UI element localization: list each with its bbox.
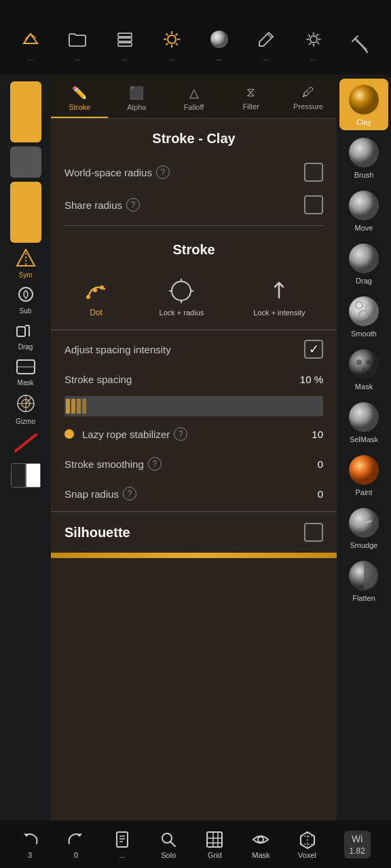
mask-sidebar-icon	[14, 355, 37, 378]
bottom-grid[interactable]: Grid	[205, 830, 224, 859]
toolbar-lighting[interactable]: ...	[160, 27, 184, 62]
sidebar-item-smooth[interactable]: Drag	[14, 319, 37, 351]
svg-point-6	[168, 35, 176, 43]
svg-point-17	[310, 36, 317, 43]
stroke-section-title: Stroke	[51, 230, 337, 267]
brush-drag[interactable]: Drag	[339, 237, 388, 289]
brush-selmask-label: SelMask	[350, 435, 378, 443]
world-space-radius-row[interactable]: World-space radius ?	[51, 156, 337, 189]
brush-clay[interactable]: Clay	[339, 79, 388, 130]
color-swatch-primary[interactable]	[10, 81, 41, 142]
world-space-help-icon[interactable]: ?	[156, 165, 170, 179]
silhouette-checkbox[interactable]	[304, 523, 323, 542]
adjust-spacing-checkbox[interactable]	[304, 340, 323, 359]
bottom-undo[interactable]: 3	[20, 830, 39, 859]
snap-radius-help-icon[interactable]: ?	[123, 487, 136, 500]
brush-brush-label: Brush	[354, 171, 374, 179]
left-sidebar: Sym Sub Drag Mask	[0, 75, 51, 821]
wi-value: 1.82	[350, 846, 365, 856]
share-radius-row[interactable]: Share radius ?	[51, 189, 337, 221]
color-swatch-secondary[interactable]	[10, 146, 41, 178]
smudge-sphere-icon	[347, 506, 381, 540]
stroke-types: Dot Lock + radius	[51, 267, 337, 327]
stroke-spacing-visual[interactable]	[51, 393, 337, 419]
pressure-tab-icon: 🖊	[302, 85, 314, 100]
svg-line-14	[166, 43, 168, 45]
sidebar-item-sym[interactable]: Sym	[14, 247, 37, 279]
solo-label: Solo	[161, 851, 176, 859]
brush-move[interactable]: Move	[339, 184, 388, 236]
toolbar-files[interactable]: ...	[65, 27, 90, 62]
selmask-sphere-icon	[347, 400, 381, 434]
adjust-spacing-row[interactable]: Adjust spacing intensity	[51, 333, 337, 366]
grid-icon	[205, 830, 224, 849]
top-toolbar: ... ... ...	[0, 0, 391, 75]
brush-smooth[interactable]: Smooth	[339, 290, 388, 342]
share-radius-help-icon[interactable]: ?	[126, 198, 140, 212]
stroke-preview[interactable]	[10, 429, 41, 456]
toolbar-tools[interactable]	[348, 32, 373, 56]
toolbar-settings[interactable]: ...	[301, 27, 326, 62]
voxel-icon	[298, 830, 317, 849]
tab-alpha[interactable]: ⬛ Alpha	[108, 80, 165, 118]
sidebar-item-mask[interactable]: Mask	[14, 355, 37, 387]
brush-brush[interactable]: Brush	[339, 132, 388, 183]
bottom-redo[interactable]: 0	[67, 830, 86, 859]
dot-icon	[83, 277, 110, 304]
svg-point-47	[349, 191, 379, 220]
world-space-radius-checkbox[interactable]	[304, 163, 323, 182]
sub-tabs: ✏️ Stroke ⬛ Alpha △ Falloff ⧖ Filter 🖊 P…	[51, 75, 337, 119]
silhouette-row[interactable]: Silhouette	[51, 512, 337, 553]
tab-falloff[interactable]: △ Falloff	[165, 80, 222, 118]
redo-count: 0	[74, 851, 78, 859]
brush-selmask[interactable]: SelMask	[339, 396, 388, 448]
bottom-voxel[interactable]: Voxel	[298, 830, 317, 859]
bottom-solo[interactable]: Solo	[159, 830, 178, 859]
toolbar-material[interactable]: ...	[207, 27, 231, 62]
bottom-wi[interactable]: Wi 1.82	[344, 831, 371, 859]
tab-stroke[interactable]: ✏️ Stroke	[51, 80, 108, 118]
brush-paint-label: Paint	[355, 488, 372, 496]
svg-point-39	[172, 281, 191, 300]
stroke-smoothing-value: 0	[282, 458, 323, 470]
toolbar-pen[interactable]: ...	[254, 27, 278, 62]
silhouette-label: Silhouette	[64, 525, 130, 540]
tab-pressure[interactable]: 🖊 Pressure	[280, 80, 337, 118]
eye-icon	[251, 830, 270, 849]
mask-bottom-label: Mask	[252, 851, 269, 859]
bottom-doc[interactable]: ...	[113, 830, 132, 859]
toolbar-layers[interactable]: ...	[113, 27, 137, 62]
svg-line-34	[26, 398, 31, 403]
paint-sphere-icon	[347, 453, 381, 487]
brush-drag-label: Drag	[356, 277, 372, 285]
brush-smudge[interactable]: Smudge	[339, 502, 388, 553]
toolbar-sculpt[interactable]: ...	[18, 27, 43, 62]
doc-icon	[113, 830, 132, 849]
svg-point-46	[349, 138, 379, 167]
snap-radius-row: Snap radius ? 0	[51, 479, 337, 509]
svg-line-35	[16, 435, 36, 451]
share-radius-checkbox[interactable]	[304, 195, 323, 214]
bottom-mask[interactable]: Mask	[251, 830, 270, 859]
lock-intensity-icon	[265, 277, 293, 304]
tab-filter[interactable]: ⧖ Filter	[223, 80, 280, 118]
svg-rect-67	[207, 832, 222, 847]
sidebar-item-gizmo[interactable]: Gizmo	[13, 391, 39, 425]
stroke-type-lock-intensity[interactable]: Lock + intensity	[253, 277, 305, 317]
svg-rect-5	[118, 43, 132, 46]
svg-point-48	[349, 243, 379, 273]
lazy-rope-help-icon[interactable]: ?	[174, 427, 187, 441]
stroke-smoothing-help-icon[interactable]: ?	[148, 457, 162, 471]
bw-swatch[interactable]	[11, 463, 41, 488]
lazy-rope-row: Lazy rope stabilizer ? 10	[51, 419, 337, 449]
stroke-type-lock-radius[interactable]: Lock + radius	[160, 277, 204, 317]
brush-mask[interactable]: Mask	[339, 343, 388, 395]
stroke-type-dot[interactable]: Dot	[83, 277, 110, 317]
gear-icon	[301, 27, 326, 52]
smooth-sphere-icon	[347, 294, 381, 328]
brush-flatten[interactable]: Flatten	[339, 555, 388, 606]
layers-icon	[113, 27, 137, 52]
sidebar-item-sub[interactable]: Sub	[14, 283, 37, 315]
color-swatch-tertiary[interactable]	[10, 182, 41, 243]
brush-paint[interactable]: Paint	[339, 449, 388, 500]
